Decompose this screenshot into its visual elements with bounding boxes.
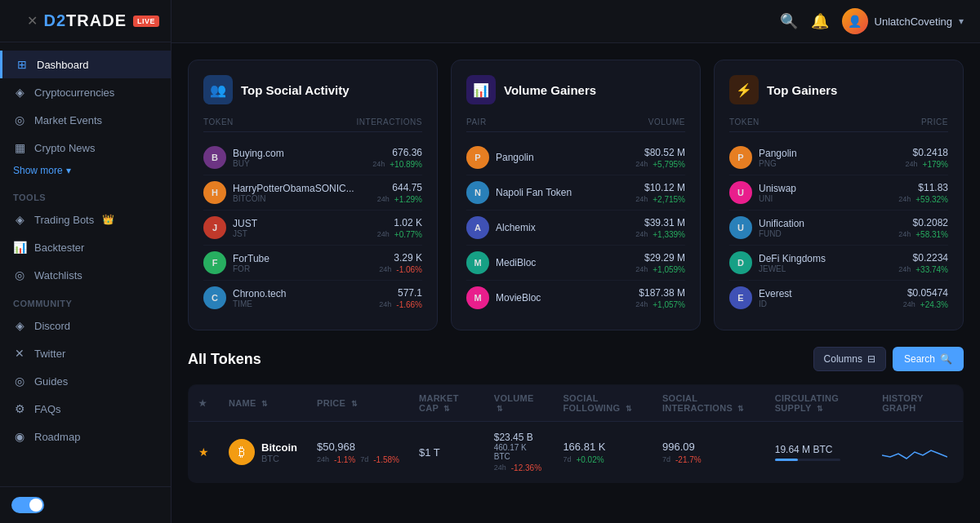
- search-tokens-button[interactable]: Search 🔍: [893, 347, 964, 371]
- user-menu[interactable]: 👤 UnlatchCoveting ▾: [842, 8, 964, 34]
- toggle-container: [11, 497, 159, 513]
- social-following-cell: 166.81 K 7d +0.02%: [553, 422, 653, 483]
- show-more-button[interactable]: Show more ▾: [0, 162, 171, 183]
- token-logo: F: [203, 251, 226, 274]
- sidebar-item-discord[interactable]: ◈ Discord: [0, 312, 171, 339]
- token-change: +1,059%: [653, 265, 685, 274]
- token-logo: N: [466, 181, 489, 204]
- token-val-wrap: $10.12 M 24h +2,715%: [635, 182, 685, 204]
- token-symbol: TIME: [233, 299, 379, 308]
- token-val-wrap: $0.2418 24h +179%: [906, 147, 948, 169]
- token-val: $10.12 M: [635, 182, 685, 193]
- main-content: 🔍 🔔 👤 UnlatchCoveting ▾ 👥 Top Social Act…: [172, 0, 980, 523]
- gainers-card-cols: TOKEN PRICE: [729, 117, 948, 132]
- th-star: ★: [189, 385, 220, 422]
- th-social-interactions[interactable]: Social Interactions ⇅: [653, 385, 765, 422]
- sidebar-item-label: Dashboard: [37, 59, 89, 71]
- card-header: 📊 Volume Gainers: [466, 75, 685, 104]
- token-name: Uniswap: [759, 183, 898, 194]
- theme-toggle[interactable]: [11, 497, 44, 513]
- sidebar-item-guides[interactable]: ◎ Guides: [0, 367, 171, 395]
- th-history-graph: History Graph: [872, 385, 963, 422]
- search-icon[interactable]: 🔍: [780, 12, 798, 30]
- history-graph-cell: [872, 422, 963, 483]
- th-circulating-supply[interactable]: Circulating Supply ⇅: [765, 385, 873, 422]
- price-7d-label: 7d: [360, 455, 368, 464]
- social-card-icon: 👥: [203, 75, 233, 104]
- sidebar-item-label: FAQs: [34, 403, 61, 415]
- th-price[interactable]: Price ⇅: [307, 385, 409, 422]
- sidebar-item-watchlists[interactable]: ◎ Watchlists: [0, 261, 171, 289]
- th-name[interactable]: Name ⇅: [219, 385, 307, 422]
- logo-d2: D2: [44, 11, 67, 29]
- token-val-wrap: $187.38 M 24h +1,057%: [635, 287, 685, 309]
- chevron-down-icon: ▾: [959, 16, 964, 27]
- token-change: +24.3%: [920, 300, 948, 309]
- star-cell[interactable]: ★: [189, 422, 220, 483]
- token-change-row: 24h +1,059%: [635, 265, 685, 274]
- list-item: P Pangolin $80.52 M 24h +5,795%: [466, 140, 685, 175]
- sidebar-item-backtester[interactable]: 📊 Backtester: [0, 233, 171, 261]
- sidebar-item-faqs[interactable]: ⚙ FAQs: [0, 395, 171, 423]
- sidebar-item-market-events[interactable]: ◎ Market Events: [0, 106, 171, 134]
- token-val-wrap: $0.05474 24h +24.3%: [903, 287, 948, 309]
- token-change-row: 24h -1.06%: [379, 265, 422, 274]
- sidebar-item-cryptocurrencies[interactable]: ◈ Cryptocurrencies: [0, 78, 171, 106]
- table-row: ★ ₿ Bitcoin BTC $50,968 24: [189, 422, 964, 483]
- token-change-row: 24h +33.74%: [898, 265, 948, 274]
- token-name: ForTube: [233, 253, 379, 264]
- logo-trade: TRADE: [66, 11, 127, 29]
- token-change-row: 24h +24.3%: [903, 300, 948, 309]
- favorite-star[interactable]: ★: [198, 445, 209, 459]
- token-val: $0.05474: [903, 287, 948, 299]
- twitter-icon: ✕: [13, 347, 26, 360]
- token-change-row: 24h -1.66%: [379, 300, 422, 309]
- token-time: 24h: [906, 160, 918, 169]
- token-val: $80.52 M: [635, 147, 685, 158]
- token-val: $39.31 M: [635, 217, 685, 228]
- token-change: +33.74%: [915, 265, 948, 274]
- sidebar-item-twitter[interactable]: ✕ Twitter: [0, 339, 171, 367]
- token-val-wrap: 644.75 24h +1.29%: [377, 182, 422, 204]
- th-market-cap[interactable]: Market Cap ⇅: [409, 385, 484, 422]
- sidebar-item-roadmap[interactable]: ◉ Roadmap: [0, 423, 171, 450]
- sidebar-item-label: Market Events: [34, 114, 102, 126]
- token-change: +58.31%: [915, 230, 948, 239]
- volume-btc: 460.17 K BTC: [494, 443, 544, 461]
- social-card-cols: TOKEN INTERACTIONS: [203, 117, 422, 132]
- sidebar-item-label: Roadmap: [34, 431, 80, 443]
- token-val: 644.75: [377, 182, 422, 193]
- header-actions: Columns ⊟ Search 🔍: [813, 347, 964, 371]
- sidebar-item-crypto-news[interactable]: ▦ Crypto News: [0, 134, 171, 162]
- token-logo: U: [729, 216, 752, 239]
- list-item: H HarryPotterObamaSONIC... BITCOIN 644.7…: [203, 175, 422, 211]
- social-interactions-value: 996.09: [662, 441, 755, 453]
- token-time: 24h: [377, 230, 390, 239]
- token-time: 24h: [377, 195, 390, 204]
- token-time: 24h: [635, 265, 648, 274]
- sidebar-item-label: Discord: [34, 320, 70, 332]
- backtester-icon: 📊: [13, 241, 26, 254]
- list-item: M MovieBloc $187.38 M 24h +1,057%: [466, 281, 685, 315]
- token-change: +179%: [923, 160, 948, 169]
- token-name-wrap: ForTube FOR: [233, 253, 379, 273]
- token-change: +1,057%: [653, 300, 685, 309]
- columns-button[interactable]: Columns ⊟: [813, 347, 886, 371]
- sidebar-item-dashboard[interactable]: ⊞ Dashboard: [0, 51, 171, 78]
- card-header: 👥 Top Social Activity: [203, 75, 422, 104]
- token-name-wrap: HarryPotterObamaSONIC... BITCOIN: [233, 183, 377, 203]
- live-badge: LIVE: [133, 16, 159, 27]
- token-symbol: BITCOIN: [233, 194, 377, 203]
- notifications-icon[interactable]: 🔔: [811, 12, 829, 30]
- token-val-wrap: $80.52 M 24h +5,795%: [635, 147, 685, 169]
- th-social-following[interactable]: Social Following ⇅: [553, 385, 653, 422]
- sf-7d-pct: +0.02%: [576, 455, 604, 464]
- token-change-row: 24h +1.29%: [377, 195, 422, 204]
- sidebar-item-trading-bots[interactable]: ◈ Trading Bots 👑: [0, 206, 171, 233]
- token-time: 24h: [898, 265, 911, 274]
- sort-icon: ⇅: [626, 405, 632, 413]
- token-name: Unification: [759, 218, 898, 229]
- th-volume[interactable]: Volume ⇅: [484, 385, 554, 422]
- close-sidebar-button[interactable]: ✕: [27, 13, 38, 29]
- sidebar-item-label: Watchlists: [34, 269, 82, 281]
